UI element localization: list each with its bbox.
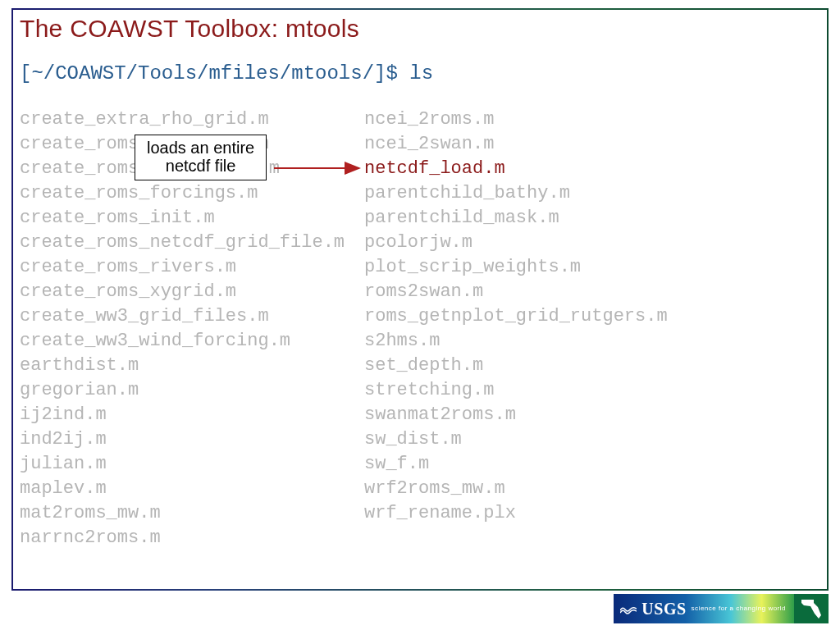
file-entry: swanmat2roms.m [364, 403, 668, 427]
file-entry: earthdist.m [20, 354, 364, 378]
wave-icon [620, 603, 637, 614]
usgs-tagline: science for a changing world [692, 605, 786, 612]
footer-logo-strip: USGS science for a changing world [614, 594, 829, 623]
file-entry: parentchild_bathy.m [364, 181, 668, 206]
file-entry: parentchild_mask.m [364, 206, 668, 231]
file-entry: ncei_2swan.m [364, 132, 668, 157]
file-entry: create_roms_rivers.m [20, 255, 364, 280]
file-entry: ij2ind.m [20, 403, 364, 427]
file-entry: plot_scrip_weights.m [364, 255, 668, 280]
usgs-logo: USGS science for a changing world [614, 594, 794, 623]
file-entry: set_depth.m [364, 354, 668, 378]
file-entry: stretching.m [364, 378, 668, 403]
file-entry: create_ww3_wind_forcing.m [20, 329, 364, 354]
file-entry: roms2swan.m [364, 280, 668, 304]
file-entry: gregorian.m [20, 378, 364, 403]
file-entry: create_roms_init.m [20, 206, 364, 231]
file-entry: create_ww3_grid_files.m [20, 304, 364, 329]
file-entry: maplev.m [20, 477, 364, 501]
file-entry: roms_getnplot_grid_rutgers.m [364, 304, 668, 329]
file-entry: create_extra_rho_grid.m [20, 107, 364, 132]
file-listing: create_extra_rho_grid.mcreate_roms_child… [20, 107, 825, 550]
file-entry: julian.m [20, 452, 364, 477]
file-entry: ind2ij.m [20, 427, 364, 452]
file-entry: sw_f.m [364, 452, 668, 477]
file-column-right: ncei_2roms.mncei_2swan.mnetcdf_load.mpar… [364, 107, 668, 550]
file-entry: s2hms.m [364, 329, 668, 354]
shell-prompt: [~/COAWST/Tools/mfiles/mtools/]$ ls [20, 62, 825, 84]
slide-title: The COAWST Toolbox: mtools [20, 15, 825, 43]
file-entry: ncei_2roms.m [364, 107, 668, 132]
florida-icon [794, 594, 829, 623]
file-entry: sw_dist.m [364, 427, 668, 452]
file-entry: create_roms_netcdf_grid_file.m [20, 231, 364, 255]
file-entry: wrf2roms_mw.m [364, 477, 668, 501]
file-entry: pcolorjw.m [364, 231, 668, 255]
callout-line: loads an entire [147, 139, 254, 157]
file-entry: create_roms_xygrid.m [20, 280, 364, 304]
usgs-text: USGS [641, 600, 686, 619]
file-entry: narrnc2roms.m [20, 526, 364, 550]
slide: The COAWST Toolbox: mtools [~/COAWST/Too… [0, 0, 840, 630]
file-entry: create_roms_forcings.m [20, 181, 364, 206]
callout-box: loads an entire netcdf file [135, 135, 267, 180]
file-entry: wrf_rename.plx [364, 501, 668, 526]
file-entry: mat2roms_mw.m [20, 501, 364, 526]
file-entry: netcdf_load.m [364, 157, 668, 181]
callout-line: netcdf file [147, 157, 254, 175]
